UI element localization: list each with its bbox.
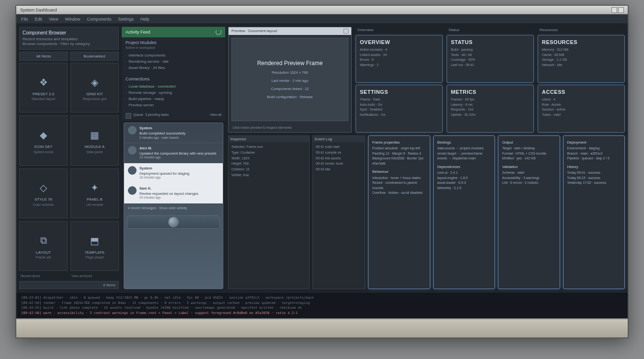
detail-line: Resize · constrained to parent bounds (372, 180, 426, 191)
card-title: STATUS (451, 39, 529, 45)
card-line: Memory · 312 MB (542, 47, 621, 53)
queue-label: Queue (133, 113, 143, 119)
tile-label: TEMPLATE (85, 250, 105, 255)
console-output[interactable]: [09:43:01] dispatcher · idle · 0 queued … (16, 292, 628, 318)
footer-archived[interactable]: View archived (70, 273, 119, 279)
tile-label: GRID KIT (86, 92, 103, 97)
card-settings[interactable]: SETTINGS Theme · Dark Auto-build · On Sy… (356, 85, 443, 133)
card-line: Last run · 09:41 (451, 63, 529, 68)
list-item[interactable]: ·Rendering service · idle (126, 58, 221, 65)
card-line: Latency · 8 ms (451, 102, 529, 108)
list-item[interactable]: ·Remote storage · syncing (126, 90, 221, 96)
card-metrics[interactable]: METRICS Frames · 60 fps Latency · 8 ms R… (447, 85, 534, 133)
list-item[interactable]: ·Asset library · 24 files (126, 65, 221, 71)
tile-style[interactable]: ◇ STYLE 78 Color scheme (19, 168, 68, 218)
chat-message[interactable]: Sam K.Review requested on layout changes… (124, 183, 223, 203)
detail-line: data.source → project.modules (437, 146, 491, 151)
tile-panel-b[interactable]: ✦ PANEL B List module (70, 168, 119, 218)
card-overview[interactable]: OVERVIEW Active modules · 6 Linked asset… (356, 35, 443, 83)
preview-line: Last render · 2 min ago (271, 79, 308, 83)
card-line: Warnings · 2 (360, 63, 438, 68)
detail-card-1[interactable]: Frame properties Position absolute · ori… (368, 135, 430, 289)
window-title: System Dashboard (20, 8, 57, 12)
preview-expand-icon[interactable] (344, 29, 348, 34)
left-sidebar: Component Browser Recent resources and t… (19, 27, 119, 289)
sidebar-tab-bookmarked[interactable]: Bookmarked (70, 52, 119, 61)
preview-line: Resolution 1024 × 768 (272, 70, 308, 75)
microphone-icon[interactable] (168, 217, 179, 227)
tile-grid-kit[interactable]: ◈ GRID KIT Responsive grid (70, 63, 119, 112)
inspector-row: Visible: true (231, 172, 306, 178)
card-line: Uptime · 3h 22m (451, 112, 529, 118)
window-titlebar[interactable]: System Dashboard (16, 6, 628, 14)
menu-components[interactable]: Components (87, 17, 111, 22)
menu-window[interactable]: Window (65, 17, 80, 22)
section-title: Bindings (437, 140, 491, 145)
sidebar-tab-all[interactable]: All Items (19, 52, 68, 61)
chat-footer[interactable]: 4 recent messages · Show older activity (124, 203, 223, 213)
card-access[interactable]: ACCESS Users · 4 Role · Admin Session · … (538, 85, 625, 133)
window-maximize-button[interactable] (618, 7, 624, 13)
tile-layout[interactable]: ⧉ LAYOUT Frame set (19, 221, 68, 271)
detail-card-2[interactable]: Bindings data.source → project.modules r… (433, 135, 495, 289)
preview-titlebar[interactable]: Preview · Document.layout (229, 27, 351, 35)
window-minimize-button[interactable] (611, 7, 617, 13)
preview-title-text: Preview · Document.layout (231, 29, 277, 34)
grid-icon: ◈ (87, 75, 103, 90)
chat-message[interactable]: SystemBuild completed successfully2 minu… (124, 123, 223, 143)
modules-list: ·Interface components ·Rendering service… (122, 51, 225, 74)
menu-settings[interactable]: Settings (118, 17, 134, 22)
card-resources[interactable]: RESOURCES Memory · 312 MB Cache · 88 MB … (538, 35, 625, 83)
list-item[interactable]: ·Local database · connected (126, 83, 221, 90)
inspector-row: Width: 1024 (231, 156, 306, 161)
chat-text: Updated the component library with new p… (139, 151, 219, 156)
menu-file[interactable]: File (21, 17, 28, 22)
console-line: [09:43:01] dispatcher · idle · 0 queued … (21, 295, 623, 301)
tile-preset[interactable]: ❖ PRESET 2.0 Standard layout (19, 63, 68, 112)
chat-timestamp: 18 minutes ago (139, 176, 219, 180)
module-icon: ▦ (87, 127, 103, 143)
chat-message[interactable]: SystemDeployment queued for staging18 mi… (124, 163, 223, 183)
activity-column: Activity Feed Project Modules Active in … (122, 27, 225, 289)
chat-message[interactable]: Alex M.Updated the component library wit… (124, 143, 223, 163)
detail-line: Format · HTML + CSS bundle (502, 151, 556, 157)
menu-help[interactable]: Help (140, 17, 150, 22)
inspector-panel: Inspector Selected: Frame.root Type: Con… (228, 135, 310, 289)
refresh-icon[interactable] (216, 29, 221, 35)
diamond-icon: ◆ (36, 127, 51, 143)
log-row: 09:43 idle (316, 167, 362, 172)
menu-view[interactable]: View (49, 17, 58, 22)
detail-line: Padding 12 · Margin 0 · Radius 4 (372, 151, 426, 157)
card-line: Auto-build · On (360, 102, 438, 108)
card-line: Network · idle (542, 63, 621, 68)
card-status[interactable]: STATUS Build · passing Tests · 48 / 48 C… (447, 35, 534, 83)
tile-sublabel: Page preset (86, 256, 104, 259)
list-item[interactable]: ·Preview server (126, 102, 221, 108)
list-item[interactable]: ·Interface components (126, 52, 221, 58)
tile-template[interactable]: ⬒ TEMPLATE Page preset (70, 221, 119, 271)
detail-line: Position absolute · origin top-left (372, 146, 426, 151)
card-line: Storage · 1.2 GB (542, 57, 621, 63)
footer-recent[interactable]: Recent items (19, 273, 68, 279)
activity-title: Activity Feed (126, 30, 150, 34)
detail-line: Schema · valid (502, 170, 556, 176)
preview-viewport[interactable]: Rendered Preview Frame Resolution 1024 ×… (231, 38, 348, 121)
menu-edit[interactable]: Edit (35, 17, 43, 22)
tile-module-a[interactable]: ▦ MODULE A Data panel (70, 115, 119, 165)
chat-input[interactable] (127, 215, 220, 229)
avatar-icon (128, 186, 137, 195)
list-item[interactable]: ·Build pipeline · ready (126, 96, 221, 102)
detail-card-3[interactable]: Output Target · web / desktop Format · H… (498, 135, 560, 289)
section-title: Dependencies (437, 164, 491, 169)
queue-view-all[interactable]: View all (210, 113, 221, 119)
detail-line: Yesterday 17:02 · success (567, 180, 621, 186)
tile-icon-set[interactable]: ◆ ICON SET System icons (19, 115, 68, 165)
tile-sublabel: Standard layout (32, 97, 55, 101)
detail-card-4[interactable]: Deployment Environment · staging Branch … (563, 135, 625, 289)
star-icon: ✦ (87, 180, 103, 195)
sidebar-subtitle-1: Recent resources and templates (23, 37, 115, 41)
queue-icon (126, 113, 131, 119)
card-line: Sync · Enabled (360, 107, 438, 112)
detail-line: Today 09:41 · success (567, 170, 621, 176)
detail-line: Environment · staging (567, 146, 621, 151)
